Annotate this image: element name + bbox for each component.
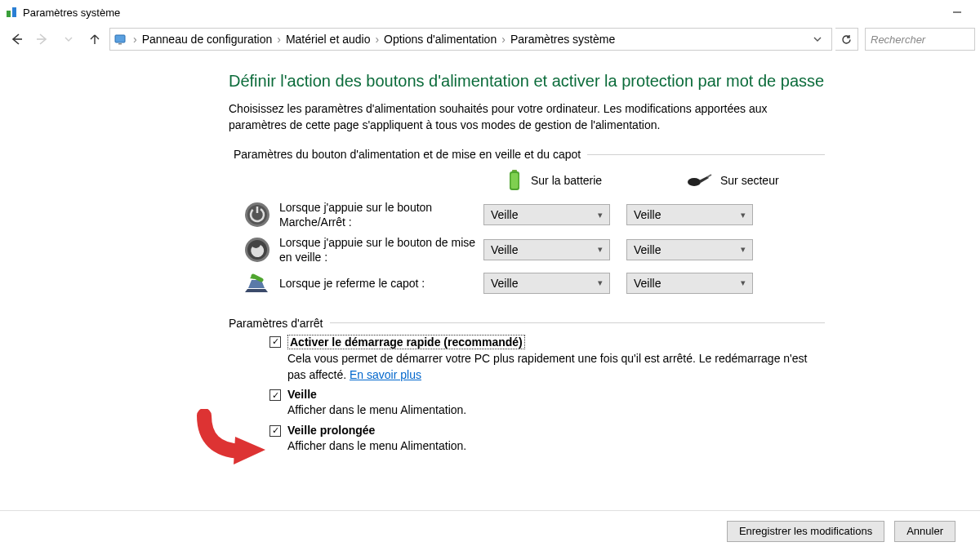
checkbox-sleep[interactable]: ✓ Veille — [270, 388, 825, 401]
checkbox-label: Veille — [287, 388, 317, 401]
checkbox-hibernate[interactable]: ✓ Veille prolongée — [270, 424, 825, 437]
chevron-down-icon: ▾ — [598, 278, 603, 288]
group-power-sleep-lid: Paramètres du bouton d'alimentation et d… — [234, 148, 825, 161]
combo-power-battery[interactable]: Veille ▾ — [483, 204, 610, 225]
checkbox-description: Afficher dans le menu Alimentation. — [287, 438, 810, 455]
combo-power-plugged[interactable]: Veille ▾ — [626, 204, 753, 225]
breadcrumb[interactable]: › Panneau de configuration › Matériel et… — [109, 28, 832, 51]
minimize-button[interactable] — [939, 1, 975, 24]
chevron-down-icon: ▾ — [598, 244, 603, 255]
svg-line-11 — [707, 175, 711, 177]
chevron-right-icon: › — [131, 33, 139, 46]
sleep-button-icon — [243, 236, 271, 264]
app-icon — [5, 6, 18, 19]
refresh-button[interactable] — [835, 28, 858, 51]
combo-sleep-plugged[interactable]: Veille ▾ — [626, 239, 753, 260]
page-title: Définir l'action des boutons d'alimentat… — [229, 70, 825, 91]
legend-row: Sur la batterie Sur secteur — [506, 169, 825, 192]
svg-rect-9 — [511, 173, 519, 189]
chevron-right-icon: › — [500, 33, 507, 46]
row-power-button: Lorsque j'appuie sur le bouton Marche/Ar… — [229, 200, 825, 229]
forward-button[interactable] — [31, 28, 54, 51]
row-lid-close: Lorsque je referme le capot : Veille ▾ V… — [229, 269, 825, 297]
window-title: Paramètres système — [23, 7, 120, 19]
chevron-right-icon: › — [275, 33, 283, 46]
combo-lid-plugged[interactable]: Veille ▾ — [626, 273, 753, 294]
combo-lid-battery[interactable]: Veille ▾ — [483, 273, 610, 294]
svg-rect-0 — [7, 11, 11, 17]
search-input[interactable]: Rechercher — [865, 28, 975, 51]
back-button[interactable] — [5, 28, 28, 51]
svg-rect-6 — [118, 43, 122, 45]
cancel-button[interactable]: Annuler — [894, 521, 956, 542]
plug-icon — [686, 172, 712, 189]
svg-rect-5 — [115, 35, 125, 42]
legend-battery: Sur la batterie — [506, 169, 637, 192]
checkbox-icon: ✓ — [270, 425, 281, 437]
content-area: Définir l'action des boutons d'alimentat… — [0, 54, 980, 510]
save-button[interactable]: Enregistrer les modifications — [727, 521, 884, 542]
battery-icon — [506, 169, 523, 192]
checkbox-description: Afficher dans le menu Alimentation. — [287, 402, 810, 419]
search-placeholder: Rechercher — [871, 33, 925, 46]
row-label: Lorsque je referme le capot : — [279, 276, 483, 291]
group-shutdown: Paramètres d'arrêt — [229, 317, 825, 330]
combo-sleep-battery[interactable]: Veille ▾ — [483, 239, 610, 260]
checkbox-label: Veille prolongée — [287, 424, 375, 437]
power-button-icon — [243, 201, 271, 229]
checkbox-fast-startup[interactable]: ✓ Activer le démarrage rapide (recommand… — [270, 335, 825, 349]
chevron-down-icon[interactable] — [813, 35, 828, 43]
chevron-down-icon: ▾ — [741, 210, 746, 220]
page-description: Choisissez les paramètres d'alimentation… — [229, 101, 825, 133]
navigation-bar: › Panneau de configuration › Matériel et… — [0, 24, 980, 54]
up-button[interactable] — [83, 28, 106, 51]
learn-more-link[interactable]: En savoir plus — [350, 368, 421, 381]
recent-dropdown[interactable] — [57, 28, 80, 51]
chevron-down-icon: ▾ — [598, 210, 603, 220]
breadcrumb-item[interactable]: Options d'alimentation — [381, 33, 500, 46]
checkbox-icon: ✓ — [270, 389, 281, 401]
title-bar: Paramètres système — [0, 0, 980, 24]
control-panel-icon — [114, 32, 128, 47]
svg-rect-1 — [12, 7, 16, 17]
breadcrumb-item[interactable]: Panneau de configuration — [139, 33, 276, 46]
chevron-down-icon: ▾ — [741, 278, 746, 288]
laptop-lid-icon — [243, 269, 271, 297]
svg-point-10 — [688, 178, 701, 186]
footer-bar: Enregistrer les modifications Annuler — [0, 510, 980, 551]
row-label: Lorsque j'appuie sur le bouton Marche/Ar… — [279, 200, 483, 229]
chevron-down-icon: ▾ — [741, 244, 746, 255]
row-sleep-button: Lorsque j'appuie sur le bouton de mise e… — [229, 235, 825, 264]
legend-plugged: Sur secteur — [686, 169, 817, 192]
breadcrumb-item[interactable]: Matériel et audio — [283, 33, 374, 46]
checkbox-description: Cela vous permet de démarrer votre PC pl… — [287, 351, 810, 383]
checkbox-icon: ✓ — [270, 336, 281, 348]
breadcrumb-item[interactable]: Paramètres système — [507, 33, 618, 46]
checkbox-label: Activer le démarrage rapide (recommandé) — [287, 335, 525, 349]
row-label: Lorsque j'appuie sur le bouton de mise e… — [279, 235, 483, 264]
chevron-right-icon: › — [373, 33, 381, 46]
